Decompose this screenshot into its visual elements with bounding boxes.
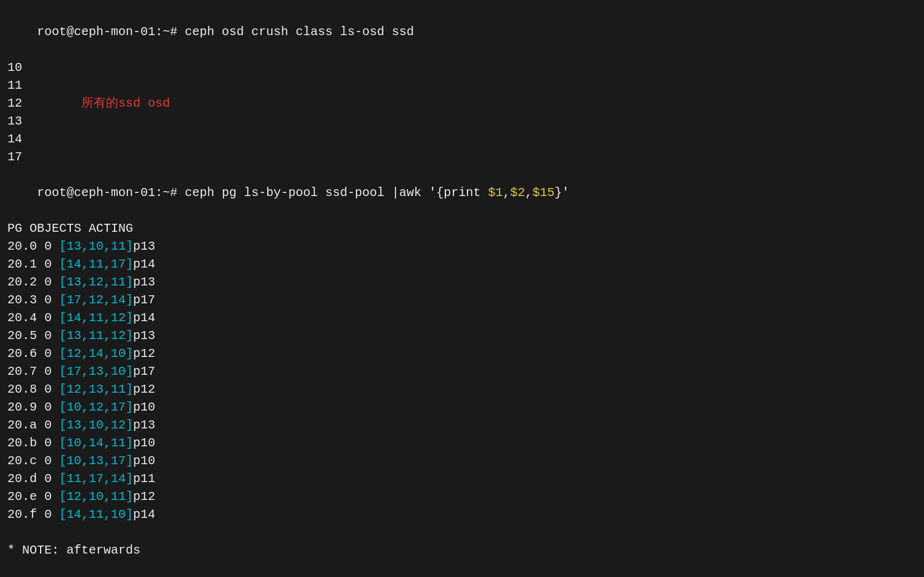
pg-line-20-f: 20.f 0 [14,11,10]p14	[7, 505, 917, 523]
pg-line-20-d: 20.d 0 [11,17,14]p11	[7, 470, 917, 488]
command-2-dollar1: $1	[488, 186, 503, 200]
pg-line-20-3: 20.3 0 [17,12,14]p17	[7, 291, 917, 309]
command-line-1: root@ceph-mon-01:~# ceph osd crush class…	[7, 5, 917, 59]
annotation-ssd-osd: 所有的ssd osd	[22, 96, 170, 110]
pg-line-20-8: 20.8 0 [12,13,11]p12	[7, 380, 917, 398]
blank-line	[7, 523, 917, 541]
pg-header: PG OBJECTS ACTING	[7, 219, 917, 237]
final-prompt-line: root@ceph-mon-01:~#	[7, 559, 917, 577]
pg-line-20-5: 20.5 0 [13,11,12]p13	[7, 327, 917, 345]
pg-line-20-4: 20.4 0 [14,11,12]p14	[7, 309, 917, 327]
command-line-2: root@ceph-mon-01:~# ceph pg ls-by-pool s…	[7, 166, 917, 219]
pg-line-20-0: 20.0 0 [13,10,11]p13	[7, 237, 917, 255]
output-10: 10	[7, 59, 917, 76]
command-2-print: print	[444, 186, 488, 200]
pg-line-20-6: 20.6 0 [12,14,10]p12	[7, 345, 917, 362]
terminal-container: root@ceph-mon-01:~# ceph osd crush class…	[7, 5, 917, 577]
command-2-dollar2: $2	[510, 186, 525, 200]
pg-line-20-9: 20.9 0 [10,12,17]p10	[7, 398, 917, 416]
pg-line-20-c: 20.c 0 [10,13,17]p10	[7, 452, 917, 470]
output-13: 13	[7, 112, 917, 130]
pg-line-20-7: 20.7 0 [17,13,10]p17	[7, 362, 917, 380]
pg-line-20-a: 20.a 0 [13,10,12]p13	[7, 416, 917, 434]
note-line: * NOTE: afterwards	[7, 541, 917, 559]
pg-line-20-e: 20.e 0 [12,10,11]p12	[7, 488, 917, 505]
output-11: 11	[7, 76, 917, 94]
prompt-2: root@ceph-mon-01:~#	[37, 186, 185, 200]
pg-line-20-1: 20.1 0 [14,11,17]p14	[7, 255, 917, 273]
output-14: 14	[7, 130, 917, 148]
prompt-1: root@ceph-mon-01:~#	[37, 25, 185, 39]
command-1-text: ceph osd crush class ls-osd ssd	[185, 25, 414, 39]
pg-line-20-2: 20.2 0 [13,12,11]p13	[7, 273, 917, 291]
pg-line-20-b: 20.b 0 [10,14,11]p10	[7, 434, 917, 452]
output-17: 17	[7, 148, 917, 166]
command-2-dollar15: $15	[532, 186, 554, 200]
command-2-base: ceph pg ls-by-pool ssd-pool |awk '{	[185, 186, 444, 200]
output-12-annotation: 12 所有的ssd osd	[7, 94, 917, 112]
